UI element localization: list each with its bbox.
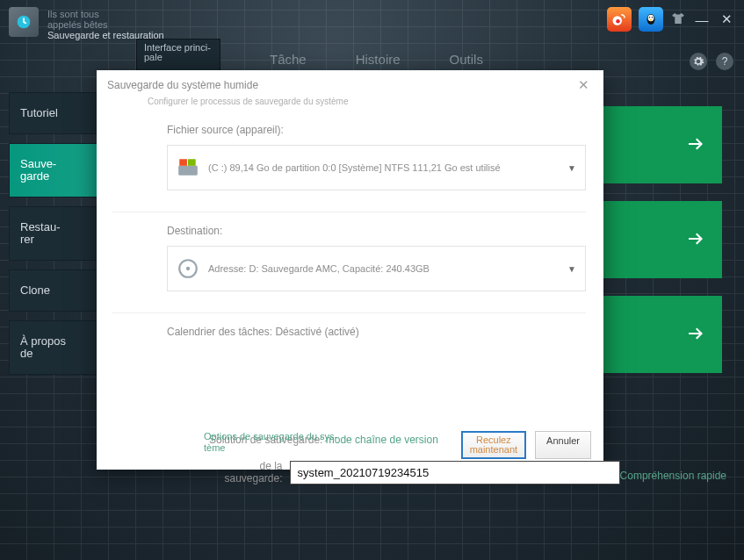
windows-drive-icon xyxy=(177,156,199,179)
sidebar-item-label: Sauve- garde xyxy=(20,158,56,183)
modal-subtitle: Configurer le processus de sauvegarde du… xyxy=(97,97,603,113)
footer-buttons: Reculez maintenant Annuler xyxy=(461,431,591,459)
svg-point-12 xyxy=(186,267,190,270)
chevron-down-icon: ▼ xyxy=(567,264,576,274)
help-icon[interactable]: ? xyxy=(716,53,733,70)
divider xyxy=(112,312,586,313)
minimize-button[interactable]: — xyxy=(693,12,711,27)
quick-understanding-link[interactable]: Compréhension rapide xyxy=(620,470,726,482)
app-tagline-2: appelés bêtes xyxy=(47,19,164,30)
dest-label: Destination: xyxy=(167,225,586,237)
svg-point-5 xyxy=(649,17,651,18)
svg-point-2 xyxy=(616,19,620,24)
backup-options-link[interactable]: Options de sauvegarde du sys- tème xyxy=(204,431,337,454)
tab-main[interactable]: Interface princi- pale xyxy=(136,39,220,72)
cancel-button[interactable]: Annuler xyxy=(535,431,591,459)
backup-name-row: de la sauvegarde: xyxy=(204,460,620,485)
modal-close-icon[interactable]: ✕ xyxy=(574,77,593,93)
arrow-right-icon xyxy=(685,228,706,252)
app-titles: Ils sont tous appelés bêtes Sauvegarde e… xyxy=(47,9,164,41)
disk-icon xyxy=(177,257,199,280)
backup-config-modal: Sauvegarde du système humide ✕ Configure… xyxy=(97,70,603,470)
top-right-icons: ? xyxy=(690,53,733,70)
modal-header: Sauvegarde du système humide ✕ xyxy=(97,70,603,97)
schedule-text: Calendrier des tâches: Désactivé (activé… xyxy=(167,326,586,338)
tab-history[interactable]: Histoire xyxy=(356,52,401,72)
svg-point-6 xyxy=(652,17,654,18)
qq-icon[interactable] xyxy=(639,7,663,32)
arrow-right-icon xyxy=(685,133,706,157)
sidebar-item-label: Clone xyxy=(20,284,50,297)
tab-tools[interactable]: Outils xyxy=(450,52,483,72)
svg-rect-8 xyxy=(178,166,198,176)
theme-icon[interactable] xyxy=(670,11,686,29)
backup-now-button[interactable]: Reculez maintenant xyxy=(461,431,526,459)
settings-icon[interactable] xyxy=(690,53,707,70)
sidebar-item-label: À propos de xyxy=(20,335,66,360)
chevron-down-icon: ▼ xyxy=(567,163,576,173)
app-logo xyxy=(9,7,39,37)
svg-point-7 xyxy=(650,19,653,21)
backup-name-input[interactable] xyxy=(290,461,621,485)
sidebar-item-label: Restau- rer xyxy=(20,221,61,246)
modal-body: Fichier source (appareil): (C :) 89,14 G… xyxy=(97,113,603,470)
svg-rect-9 xyxy=(179,159,187,166)
divider xyxy=(112,212,586,212)
source-value: (C :) 89,14 Go de partition 0:0 [Système… xyxy=(208,162,501,173)
dest-select[interactable]: Adresse: D: Sauvegarde AMC, Capacité: 24… xyxy=(167,246,586,291)
tab-task[interactable]: Tâche xyxy=(270,52,307,72)
app-header: Ils sont tous appelés bêtes Sauvegarde e… xyxy=(0,0,744,42)
dest-value: Adresse: D: Sauvegarde AMC, Capacité: 24… xyxy=(208,263,430,274)
header-right: — ✕ xyxy=(607,7,735,32)
name-label: de la sauvegarde: xyxy=(204,460,283,485)
weibo-icon[interactable] xyxy=(607,7,632,32)
close-button[interactable]: ✕ xyxy=(718,11,735,27)
svg-rect-10 xyxy=(188,159,196,166)
top-tabs: Interface princi- pale Tâche Histoire Ou… xyxy=(136,42,483,72)
app-tagline-1: Ils sont tous xyxy=(47,9,164,19)
source-label: Fichier source (appareil): xyxy=(167,124,586,136)
modal-title: Sauvegarde du système humide xyxy=(107,79,258,91)
arrow-right-icon xyxy=(685,323,706,347)
sidebar-item-label: Tutoriel xyxy=(20,107,58,119)
source-select[interactable]: (C :) 89,14 Go de partition 0:0 [Système… xyxy=(167,145,586,190)
modal-footer: Options de sauvegarde du sys- tème Recul… xyxy=(204,431,591,459)
